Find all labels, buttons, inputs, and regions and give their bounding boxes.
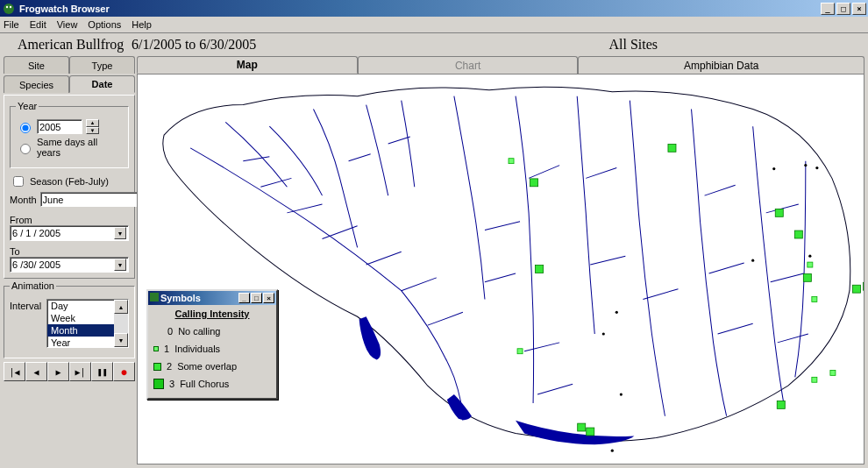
svg-rect-16 bbox=[830, 370, 836, 375]
interval-scroll-down[interactable]: ▼ bbox=[114, 333, 128, 347]
interval-option-month[interactable]: Month bbox=[47, 324, 114, 337]
svg-point-6 bbox=[620, 393, 623, 395]
svg-rect-13 bbox=[517, 349, 523, 354]
playback-first[interactable]: |◀ bbox=[4, 362, 25, 381]
to-date-picker[interactable]: 6 /30/ 2005 ▼ bbox=[10, 257, 129, 273]
year-spin-down[interactable]: ▼ bbox=[86, 127, 99, 135]
map-panel[interactable]: Symbols _ □ × Calling Intensity 0 No cal… bbox=[137, 74, 864, 464]
svg-rect-25 bbox=[863, 282, 864, 290]
svg-point-0 bbox=[4, 4, 14, 14]
to-label: To bbox=[10, 246, 20, 257]
from-dropdown-icon[interactable]: ▼ bbox=[114, 227, 126, 239]
playback-bar: |◀ ◀ ▶ ▶| ❚❚ ● bbox=[4, 362, 135, 381]
svg-point-2 bbox=[10, 5, 11, 7]
window-title: Frogwatch Browser bbox=[19, 4, 110, 14]
svg-rect-15 bbox=[812, 297, 817, 302]
year-spin-up[interactable]: ▲ bbox=[86, 119, 99, 127]
svg-rect-20 bbox=[668, 144, 676, 152]
year-radio-same-days[interactable] bbox=[20, 144, 31, 154]
svg-rect-28 bbox=[777, 401, 785, 408]
same-days-label: Same days all years bbox=[37, 137, 123, 158]
menu-edit[interactable]: Edit bbox=[30, 19, 46, 30]
header-species: American Bullfrog bbox=[18, 37, 132, 53]
symbols-minimize[interactable]: _ bbox=[238, 293, 250, 303]
to-date-value: 6 /30/ 2005 bbox=[12, 259, 60, 270]
svg-rect-12 bbox=[509, 159, 514, 164]
header-labels: American Bullfrog 6/1/2005 to 6/30/2005 … bbox=[0, 33, 868, 56]
content-tabs: Map Chart Amphibian Data bbox=[137, 56, 864, 74]
from-date-picker[interactable]: 6 / 1 / 2005 ▼ bbox=[10, 225, 129, 241]
legend-row-1: 1 Individuals bbox=[153, 340, 271, 358]
interval-scroll-up[interactable]: ▲ bbox=[114, 300, 128, 314]
svg-rect-18 bbox=[530, 179, 538, 187]
tab-type[interactable]: Type bbox=[69, 56, 135, 74]
svg-point-11 bbox=[772, 167, 775, 170]
menu-file[interactable]: File bbox=[4, 19, 19, 30]
left-tabs-species-date: Species Date bbox=[4, 75, 135, 93]
menu-bar: File Edit View Options Help bbox=[0, 17, 868, 33]
maximize-button[interactable]: □ bbox=[836, 3, 850, 15]
svg-rect-29 bbox=[150, 293, 159, 301]
menu-view[interactable]: View bbox=[57, 19, 78, 30]
svg-point-5 bbox=[611, 450, 614, 452]
year-radio-specific[interactable] bbox=[20, 123, 31, 133]
svg-point-8 bbox=[808, 255, 811, 258]
legend-row-0: 0 No calling bbox=[153, 323, 271, 340]
minimize-button[interactable]: _ bbox=[821, 3, 835, 15]
left-tabs-site-type: Site Type bbox=[4, 56, 135, 74]
symbols-close[interactable]: × bbox=[263, 293, 274, 303]
legend-marker-0 bbox=[153, 327, 162, 336]
date-panel: Year ▲ ▼ Same days all years bbox=[4, 95, 135, 279]
playback-next[interactable]: ▶ bbox=[47, 362, 69, 381]
interval-listbox[interactable]: Day Week Month Year ▲ ▼ bbox=[46, 299, 129, 348]
svg-point-10 bbox=[815, 167, 818, 169]
tab-amphibian-data[interactable]: Amphibian Data bbox=[578, 56, 864, 74]
close-button[interactable]: × bbox=[852, 3, 866, 15]
playback-last[interactable]: ▶| bbox=[69, 362, 91, 381]
symbols-heading: Calling Intensity bbox=[153, 308, 271, 319]
year-input[interactable] bbox=[37, 119, 82, 134]
tab-date[interactable]: Date bbox=[69, 75, 135, 93]
window-titlebar: Frogwatch Browser _ □ × bbox=[0, 0, 868, 17]
svg-rect-22 bbox=[794, 230, 802, 238]
interval-option-week[interactable]: Week bbox=[47, 312, 114, 324]
playback-record[interactable]: ● bbox=[113, 362, 135, 381]
playback-pause[interactable]: ❚❚ bbox=[91, 362, 113, 381]
interval-option-year[interactable]: Year bbox=[47, 337, 114, 348]
watershed-map bbox=[138, 74, 864, 464]
header-date-range: 6/1/2005 to 6/30/2005 bbox=[132, 37, 395, 53]
to-dropdown-icon[interactable]: ▼ bbox=[114, 259, 126, 271]
animation-legend: Animation bbox=[10, 280, 56, 291]
menu-options[interactable]: Options bbox=[88, 19, 121, 30]
app-icon bbox=[2, 2, 16, 16]
tab-species[interactable]: Species bbox=[4, 75, 69, 93]
from-label: From bbox=[10, 215, 32, 225]
legend-row-2: 2 Some overlap bbox=[153, 358, 271, 375]
symbols-title: Symbols bbox=[160, 293, 201, 303]
interval-option-day[interactable]: Day bbox=[47, 300, 114, 312]
tab-chart[interactable]: Chart bbox=[358, 56, 579, 74]
interval-label: Interval bbox=[10, 299, 43, 311]
svg-rect-19 bbox=[536, 266, 544, 273]
svg-rect-21 bbox=[775, 209, 783, 216]
menu-help[interactable]: Help bbox=[132, 19, 152, 30]
year-group: Year ▲ ▼ Same days all years bbox=[10, 101, 129, 168]
svg-rect-27 bbox=[587, 428, 594, 436]
symbols-window[interactable]: Symbols _ □ × Calling Intensity 0 No cal… bbox=[146, 289, 278, 400]
svg-point-3 bbox=[602, 332, 605, 335]
interval-scroll-track[interactable] bbox=[114, 314, 128, 333]
playback-prev[interactable]: ◀ bbox=[25, 362, 47, 381]
legend-marker-3 bbox=[153, 379, 164, 389]
legend-marker-2 bbox=[153, 363, 161, 371]
season-checkbox[interactable] bbox=[13, 176, 24, 187]
symbols-maximize[interactable]: □ bbox=[251, 293, 262, 303]
legend-code-3: 3 bbox=[169, 379, 174, 389]
svg-point-7 bbox=[751, 259, 754, 262]
legend-marker-1 bbox=[153, 346, 159, 351]
legend-code-2: 2 bbox=[167, 361, 172, 372]
symbols-titlebar[interactable]: Symbols _ □ × bbox=[148, 291, 276, 305]
tab-map[interactable]: Map bbox=[137, 56, 358, 74]
header-sites: All Sites bbox=[608, 37, 658, 53]
legend-code-0: 0 bbox=[167, 326, 173, 337]
tab-site[interactable]: Site bbox=[4, 56, 69, 74]
